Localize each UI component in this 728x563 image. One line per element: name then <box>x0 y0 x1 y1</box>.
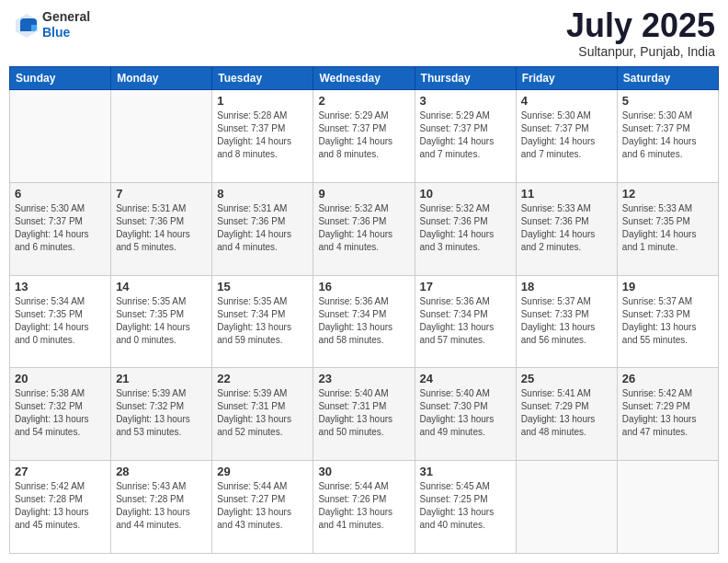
day-number: 18 <box>521 280 612 293</box>
day-number: 30 <box>318 465 409 478</box>
logo: General Blue <box>13 9 90 40</box>
calendar-cell: 10Sunrise: 5:32 AM Sunset: 7:36 PM Dayli… <box>415 182 516 275</box>
calendar-cell: 14Sunrise: 5:35 AM Sunset: 7:35 PM Dayli… <box>111 275 212 368</box>
day-number: 10 <box>420 187 511 201</box>
calendar-cell: 31Sunrise: 5:45 AM Sunset: 7:25 PM Dayli… <box>415 461 516 554</box>
day-info: Sunrise: 5:29 AM Sunset: 7:37 PM Dayligh… <box>420 109 511 161</box>
calendar-cell: 28Sunrise: 5:43 AM Sunset: 7:28 PM Dayli… <box>111 461 212 554</box>
day-header-sunday: Sunday <box>10 67 111 90</box>
day-number: 24 <box>420 372 511 385</box>
main-container: General Blue July 2025 Sultanpur, Punjab… <box>0 0 728 563</box>
day-number: 29 <box>217 465 308 478</box>
day-info: Sunrise: 5:33 AM Sunset: 7:36 PM Dayligh… <box>521 202 612 254</box>
day-info: Sunrise: 5:34 AM Sunset: 7:35 PM Dayligh… <box>15 295 106 347</box>
calendar-week-2: 13Sunrise: 5:34 AM Sunset: 7:35 PM Dayli… <box>10 275 719 368</box>
calendar-week-3: 20Sunrise: 5:38 AM Sunset: 7:32 PM Dayli… <box>10 368 719 461</box>
day-info: Sunrise: 5:28 AM Sunset: 7:37 PM Dayligh… <box>217 109 308 161</box>
calendar-cell: 9Sunrise: 5:32 AM Sunset: 7:36 PM Daylig… <box>313 182 415 275</box>
day-info: Sunrise: 5:30 AM Sunset: 7:37 PM Dayligh… <box>622 109 713 161</box>
day-info: Sunrise: 5:41 AM Sunset: 7:29 PM Dayligh… <box>521 387 612 439</box>
day-number: 23 <box>318 372 409 385</box>
day-info: Sunrise: 5:35 AM Sunset: 7:34 PM Dayligh… <box>217 295 308 347</box>
day-info: Sunrise: 5:36 AM Sunset: 7:34 PM Dayligh… <box>318 295 409 347</box>
calendar-table: SundayMondayTuesdayWednesdayThursdayFrid… <box>9 66 719 554</box>
day-info: Sunrise: 5:40 AM Sunset: 7:30 PM Dayligh… <box>420 387 511 439</box>
calendar-cell: 15Sunrise: 5:35 AM Sunset: 7:34 PM Dayli… <box>212 275 313 368</box>
logo-general-text: General <box>42 9 90 25</box>
calendar-cell: 1Sunrise: 5:28 AM Sunset: 7:37 PM Daylig… <box>212 90 313 183</box>
day-number: 28 <box>116 465 207 478</box>
calendar-cell <box>516 461 617 554</box>
day-info: Sunrise: 5:39 AM Sunset: 7:32 PM Dayligh… <box>116 387 207 439</box>
calendar-cell <box>10 90 111 183</box>
calendar-cell <box>111 90 212 183</box>
calendar-cell: 12Sunrise: 5:33 AM Sunset: 7:35 PM Dayli… <box>617 182 718 275</box>
day-number: 8 <box>217 187 308 201</box>
calendar-week-0: 1Sunrise: 5:28 AM Sunset: 7:37 PM Daylig… <box>10 90 719 183</box>
logo-text: General Blue <box>42 9 90 40</box>
day-number: 7 <box>116 187 207 201</box>
calendar-cell: 13Sunrise: 5:34 AM Sunset: 7:35 PM Dayli… <box>10 275 111 368</box>
calendar-cell: 30Sunrise: 5:44 AM Sunset: 7:26 PM Dayli… <box>313 461 415 554</box>
calendar-cell: 16Sunrise: 5:36 AM Sunset: 7:34 PM Dayli… <box>313 275 415 368</box>
calendar-cell: 26Sunrise: 5:42 AM Sunset: 7:29 PM Dayli… <box>617 368 718 461</box>
calendar-cell: 20Sunrise: 5:38 AM Sunset: 7:32 PM Dayli… <box>10 368 111 461</box>
day-number: 2 <box>318 94 409 108</box>
day-number: 16 <box>318 280 409 293</box>
calendar-cell: 11Sunrise: 5:33 AM Sunset: 7:36 PM Dayli… <box>516 182 617 275</box>
day-number: 3 <box>420 94 511 108</box>
calendar-cell <box>617 461 718 554</box>
calendar-cell: 22Sunrise: 5:39 AM Sunset: 7:31 PM Dayli… <box>212 368 313 461</box>
location: Sultanpur, Punjab, India <box>566 44 715 59</box>
day-number: 1 <box>217 94 308 108</box>
calendar-cell: 23Sunrise: 5:40 AM Sunset: 7:31 PM Dayli… <box>313 368 415 461</box>
day-info: Sunrise: 5:44 AM Sunset: 7:26 PM Dayligh… <box>318 480 409 532</box>
day-info: Sunrise: 5:43 AM Sunset: 7:28 PM Dayligh… <box>116 480 207 532</box>
day-header-thursday: Thursday <box>415 67 516 90</box>
day-info: Sunrise: 5:32 AM Sunset: 7:36 PM Dayligh… <box>318 202 409 254</box>
day-number: 27 <box>15 465 106 478</box>
logo-icon <box>13 11 40 39</box>
day-info: Sunrise: 5:30 AM Sunset: 7:37 PM Dayligh… <box>15 202 106 254</box>
month-title: July 2025 <box>566 9 715 42</box>
day-number: 25 <box>521 372 612 385</box>
calendar-week-1: 6Sunrise: 5:30 AM Sunset: 7:37 PM Daylig… <box>10 182 719 275</box>
day-number: 22 <box>217 372 308 385</box>
day-number: 19 <box>622 280 713 293</box>
calendar-cell: 7Sunrise: 5:31 AM Sunset: 7:36 PM Daylig… <box>111 182 212 275</box>
calendar-cell: 5Sunrise: 5:30 AM Sunset: 7:37 PM Daylig… <box>617 90 718 183</box>
day-info: Sunrise: 5:42 AM Sunset: 7:28 PM Dayligh… <box>15 480 106 532</box>
day-number: 31 <box>420 465 511 478</box>
day-info: Sunrise: 5:40 AM Sunset: 7:31 PM Dayligh… <box>318 387 409 439</box>
day-info: Sunrise: 5:37 AM Sunset: 7:33 PM Dayligh… <box>521 295 612 347</box>
calendar-cell: 27Sunrise: 5:42 AM Sunset: 7:28 PM Dayli… <box>10 461 111 554</box>
day-info: Sunrise: 5:31 AM Sunset: 7:36 PM Dayligh… <box>217 202 308 254</box>
day-number: 6 <box>15 187 106 201</box>
day-info: Sunrise: 5:44 AM Sunset: 7:27 PM Dayligh… <box>217 480 308 532</box>
day-info: Sunrise: 5:45 AM Sunset: 7:25 PM Dayligh… <box>420 480 511 532</box>
day-number: 14 <box>116 280 207 293</box>
calendar-cell: 3Sunrise: 5:29 AM Sunset: 7:37 PM Daylig… <box>415 90 516 183</box>
calendar-cell: 29Sunrise: 5:44 AM Sunset: 7:27 PM Dayli… <box>212 461 313 554</box>
day-number: 9 <box>318 187 409 201</box>
day-number: 12 <box>622 187 713 201</box>
day-header-friday: Friday <box>516 67 617 90</box>
day-header-saturday: Saturday <box>617 67 718 90</box>
day-info: Sunrise: 5:37 AM Sunset: 7:33 PM Dayligh… <box>622 295 713 347</box>
calendar-week-4: 27Sunrise: 5:42 AM Sunset: 7:28 PM Dayli… <box>10 461 719 554</box>
calendar-cell: 6Sunrise: 5:30 AM Sunset: 7:37 PM Daylig… <box>10 182 111 275</box>
day-header-wednesday: Wednesday <box>313 67 415 90</box>
calendar-cell: 24Sunrise: 5:40 AM Sunset: 7:30 PM Dayli… <box>415 368 516 461</box>
day-number: 26 <box>622 372 713 385</box>
day-info: Sunrise: 5:39 AM Sunset: 7:31 PM Dayligh… <box>217 387 308 439</box>
day-info: Sunrise: 5:35 AM Sunset: 7:35 PM Dayligh… <box>116 295 207 347</box>
calendar-cell: 17Sunrise: 5:36 AM Sunset: 7:34 PM Dayli… <box>415 275 516 368</box>
day-number: 15 <box>217 280 308 293</box>
day-info: Sunrise: 5:38 AM Sunset: 7:32 PM Dayligh… <box>15 387 106 439</box>
day-number: 20 <box>15 372 106 385</box>
calendar-cell: 4Sunrise: 5:30 AM Sunset: 7:37 PM Daylig… <box>516 90 617 183</box>
day-info: Sunrise: 5:36 AM Sunset: 7:34 PM Dayligh… <box>420 295 511 347</box>
calendar-cell: 21Sunrise: 5:39 AM Sunset: 7:32 PM Dayli… <box>111 368 212 461</box>
title-section: July 2025 Sultanpur, Punjab, India <box>566 9 715 59</box>
day-number: 21 <box>116 372 207 385</box>
